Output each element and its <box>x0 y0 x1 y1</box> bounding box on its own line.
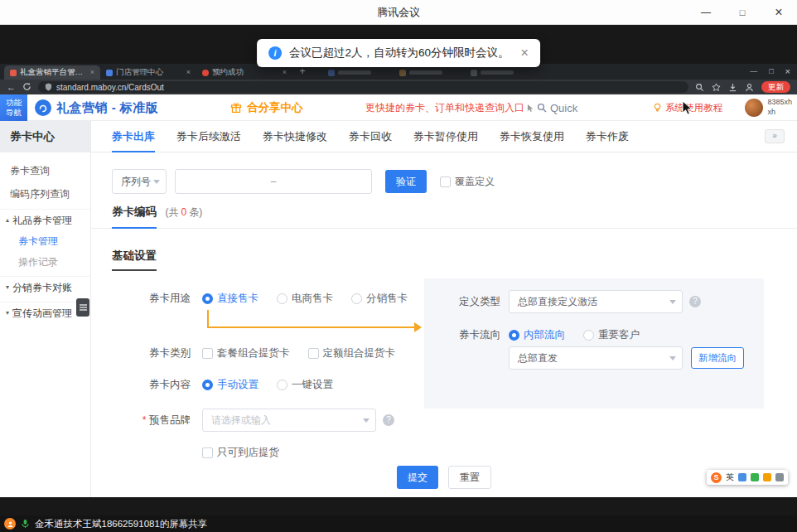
verify-button[interactable]: 验证 <box>385 170 427 193</box>
address-bar[interactable]: standard.maboy.cn/CardsOut <box>38 81 688 93</box>
tab-card-restore[interactable]: 券卡恢复使用 <box>500 121 564 152</box>
main-panel: 券卡出库 券卡后续激活 券卡快捷修改 券卡回收 券卡暂停使用 券卡恢复使用 券卡… <box>91 121 797 497</box>
flow-select-row: 总部直发 新增流向 <box>509 346 744 370</box>
tab-card-outbound[interactable]: 券卡出库 <box>112 121 155 152</box>
checkbox-store-pickup-only[interactable]: 只可到店提货 <box>202 446 279 460</box>
gift-icon <box>230 102 242 114</box>
download-icon[interactable] <box>728 83 737 92</box>
ime-toolbox-icon[interactable] <box>775 473 784 481</box>
tab-card-recycle[interactable]: 券卡回收 <box>349 121 392 152</box>
sidebar-title: 券卡中心 <box>0 121 90 152</box>
definition-panel: 定义类型 总部直接定义激活 券卡流向 内部流向 <box>424 278 764 409</box>
user-account[interactable]: 8385xh xh <box>745 94 792 121</box>
close-button[interactable] <box>761 0 797 25</box>
radio-one-key-setting[interactable]: 一键设置 <box>277 378 333 392</box>
nav-toggle-line1: 功能 <box>6 98 22 108</box>
flow-connector-vertical <box>207 310 209 328</box>
refresh-icon[interactable] <box>22 82 31 93</box>
tab-close-icon[interactable] <box>283 69 287 76</box>
quick-search[interactable]: Quick <box>537 94 577 121</box>
radio-icon <box>277 293 287 304</box>
expand-arrow-icon <box>6 310 9 317</box>
checkbox-fixed-combo-pickup-card[interactable]: 定额组合提货卡 <box>308 346 396 360</box>
back-icon[interactable]: ← <box>7 83 16 92</box>
sidebar-group-distribution-reconcile[interactable]: 分销券卡对账 <box>0 276 90 298</box>
sidebar-group-gift-card-management[interactable]: 礼品券卡管理 <box>0 209 90 231</box>
serial-range-input[interactable]: – <box>175 169 372 194</box>
brand-logo-icon <box>35 99 51 116</box>
submit-button[interactable]: 提交 <box>397 466 438 489</box>
radio-distribution-sale[interactable]: 分销售卡 <box>351 292 408 306</box>
basic-settings-title: 基础设置 <box>112 249 157 271</box>
minimize-button[interactable] <box>688 0 724 25</box>
checkbox-icon <box>202 348 213 359</box>
ime-emoji-icon[interactable] <box>763 473 771 481</box>
sogou-logo-icon[interactable] <box>711 472 722 483</box>
radio-important-customer[interactable]: 重要客户 <box>583 328 640 342</box>
radio-internal-flow[interactable]: 内部流向 <box>509 328 565 342</box>
flow-direction-select[interactable]: 总部直发 <box>509 346 683 370</box>
radio-manual-setting[interactable]: 手动设置 <box>202 378 258 392</box>
favorite-star-icon[interactable] <box>712 83 721 92</box>
count-suffix: 条) <box>189 206 202 218</box>
brand: 礼盒营销 - 标准版 <box>35 94 158 121</box>
definition-type-select[interactable]: 总部直接定义激活 <box>509 290 683 313</box>
app-header: 功能 导航 礼盒营销 - 标准版 合分享中心 更快捷的券卡、订单和快递查询入口 <box>0 94 797 121</box>
checkbox-combo-pickup-card[interactable]: 套餐组合提货卡 <box>202 346 290 360</box>
browser-tab-gift-platform[interactable]: 礼盒营销平台管理中心 <box>4 65 100 80</box>
zoom-icon[interactable] <box>695 83 704 92</box>
tab-card-quick-edit[interactable]: 券卡快捷修改 <box>263 121 327 152</box>
tencent-meeting-window: 腾讯会议 礼盒营销平台管理中心 门店管理中心 <box>0 0 797 532</box>
serial-range-value: – <box>271 176 277 187</box>
tab-close-icon[interactable] <box>90 69 94 76</box>
maximize-icon <box>740 7 746 18</box>
new-tab-button[interactable] <box>296 65 309 79</box>
ime-language-mode[interactable]: 英 <box>726 472 734 483</box>
tab-card-followup-activate[interactable]: 券卡后续激活 <box>176 121 241 152</box>
help-icon[interactable] <box>383 414 394 426</box>
radio-ecommerce-sale[interactable]: 电商售卡 <box>277 292 333 306</box>
ime-mic-icon[interactable] <box>751 473 759 481</box>
reset-button[interactable]: 重置 <box>448 466 491 489</box>
sidebar-collapse-handle[interactable] <box>76 298 89 317</box>
sidebar-item-code-sequence-query[interactable]: 编码序列查询 <box>0 182 90 206</box>
browser-update-button[interactable]: 更新 <box>761 81 790 93</box>
refresh-icon <box>22 82 31 91</box>
browser-maximize-icon[interactable] <box>769 67 773 75</box>
background-tab[interactable] <box>465 65 536 80</box>
tab-close-icon[interactable] <box>186 69 191 76</box>
browser-minimize-icon[interactable] <box>750 67 757 75</box>
presale-brand-select[interactable]: 请选择或输入 <box>202 409 376 432</box>
collapse-panel-button[interactable] <box>765 129 785 143</box>
sidebar-item-card-query[interactable]: 券卡查询 <box>0 159 90 182</box>
radio-direct-sale[interactable]: 直接售卡 <box>202 292 258 306</box>
help-icon[interactable] <box>689 296 701 307</box>
serial-type-select[interactable]: 序列号 <box>112 169 167 194</box>
share-center-link[interactable]: 合分享中心 <box>230 94 303 121</box>
card-usage-row: 券卡用途 直接售卡 电商售卡 分销售卡 <box>112 292 408 306</box>
browser-close-icon[interactable] <box>785 66 790 76</box>
background-tab[interactable] <box>394 65 465 80</box>
promo-link[interactable]: 更快捷的券卡、订单和快递查询入口 <box>365 94 534 121</box>
card-content-row: 券卡内容 手动设置 一键设置 <box>112 378 333 392</box>
flow-connector-horizontal <box>207 326 416 328</box>
option-label: 分销售卡 <box>366 292 408 306</box>
ime-keyboard-icon[interactable] <box>738 473 746 481</box>
sidebar-item-operation-log[interactable]: 操作记录 <box>0 252 90 273</box>
tab-card-void[interactable]: 券卡作废 <box>586 121 629 152</box>
profile-icon[interactable] <box>745 83 754 92</box>
card-code-title: 券卡编码 <box>112 205 157 229</box>
presale-brand-label: 预售品牌 <box>112 414 191 428</box>
browser-tab-store-center[interactable]: 门店管理中心 <box>100 65 196 80</box>
background-tab[interactable] <box>322 65 394 80</box>
function-nav-toggle[interactable]: 功能 导航 <box>0 94 27 121</box>
browser-tab-booking-success[interactable]: 预约成功 <box>196 65 292 80</box>
card-category-label: 券卡类别 <box>112 346 191 360</box>
sidebar-item-card-management[interactable]: 券卡管理 <box>0 231 90 252</box>
add-flow-button[interactable]: 新增流向 <box>691 347 744 369</box>
maximize-button[interactable] <box>724 0 761 25</box>
toast-close-icon[interactable] <box>521 46 529 60</box>
override-definition-checkbox[interactable]: 覆盖定义 <box>440 175 495 189</box>
tab-card-suspend[interactable]: 券卡暂停使用 <box>413 121 478 152</box>
group-label: 礼品券卡管理 <box>12 210 72 232</box>
